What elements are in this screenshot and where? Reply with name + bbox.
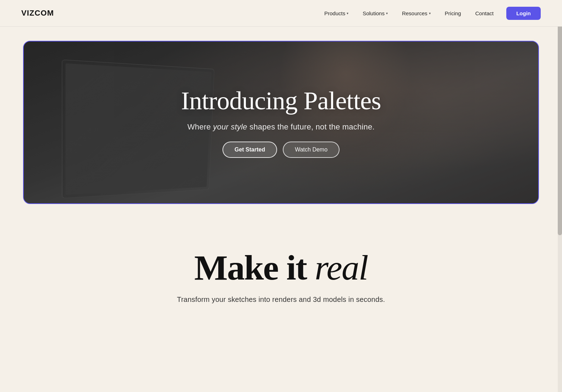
hero-subtitle: Where your style shapes the future, not …: [187, 122, 375, 132]
hero-title: Introducing Palettes: [181, 87, 381, 115]
hero-container: Introducing Palettes Where your style sh…: [23, 41, 539, 204]
hero-subtitle-end: shapes the future, not the machine.: [247, 122, 375, 131]
login-button[interactable]: Login: [506, 7, 541, 20]
nav-label-solutions: Solutions: [363, 10, 385, 16]
below-hero-section: Make it real Transform your sketches int…: [0, 222, 562, 325]
nav-item-contact[interactable]: Contact: [469, 7, 499, 19]
nav-item-pricing[interactable]: Pricing: [439, 7, 467, 19]
section-title: Make it real: [21, 250, 541, 286]
chevron-down-icon: ▾: [386, 11, 388, 15]
hero-wrapper: Introducing Palettes Where your style sh…: [0, 27, 562, 222]
nav-label-pricing: Pricing: [445, 10, 461, 16]
hero-subtitle-plain: Where: [187, 122, 213, 131]
chevron-down-icon: ▾: [347, 11, 348, 15]
chevron-down-icon: ▾: [429, 11, 431, 15]
nav-links: Products ▾ Solutions ▾ Resources ▾ Prici…: [319, 7, 541, 20]
get-started-button[interactable]: Get Started: [222, 142, 277, 158]
section-subtitle: Transform your sketches into renders and…: [21, 296, 541, 304]
section-title-italic: real: [315, 248, 368, 287]
hero-buttons: Get Started Watch Demo: [222, 142, 340, 158]
nav-item-resources[interactable]: Resources ▾: [396, 7, 436, 19]
nav-label-products: Products: [324, 10, 345, 16]
nav-item-solutions[interactable]: Solutions ▾: [357, 7, 393, 19]
section-title-plain: Make it: [194, 248, 315, 287]
scrollbar-thumb: [558, 0, 562, 235]
nav-label-resources: Resources: [402, 10, 428, 16]
hero-subtitle-italic: your style: [213, 122, 247, 131]
scrollbar-track[interactable]: [558, 0, 562, 392]
hero-content: Introducing Palettes Where your style sh…: [24, 42, 538, 203]
brand-logo[interactable]: VIZCOM: [21, 9, 54, 18]
nav-label-contact: Contact: [475, 10, 494, 16]
navbar: VIZCOM Products ▾ Solutions ▾ Resources …: [0, 0, 562, 27]
nav-item-products[interactable]: Products ▾: [319, 7, 354, 19]
watch-demo-button[interactable]: Watch Demo: [283, 142, 340, 158]
